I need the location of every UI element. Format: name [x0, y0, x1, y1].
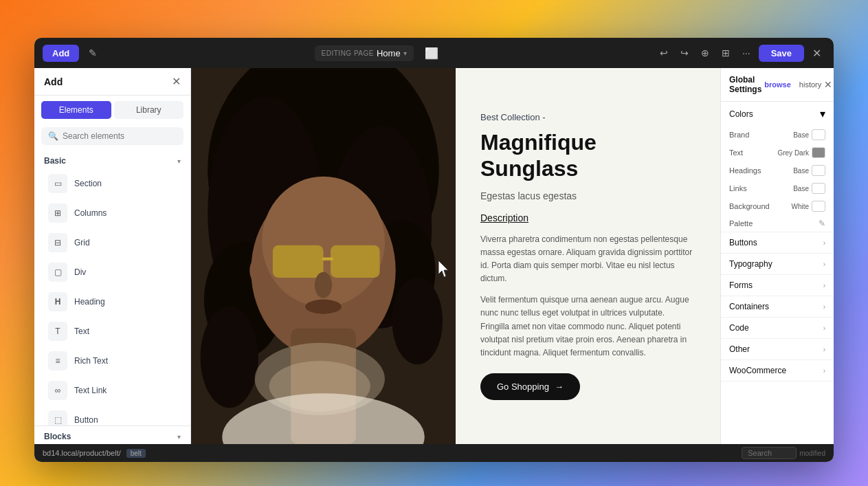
color-links-swatch[interactable]: Base — [793, 183, 825, 194]
color-links-name: Base — [793, 185, 809, 192]
basic-section-header: Basic ▾ — [34, 151, 190, 168]
search-icon: 🔍 — [48, 131, 58, 141]
edit-icon-button[interactable]: ✎ — [83, 45, 102, 61]
blocks-section-header: Blocks ▾ — [34, 426, 190, 444]
close-window-button[interactable]: ✕ — [808, 44, 825, 63]
panel-header: Add ✕ — [34, 68, 190, 96]
redo-button[interactable]: ↪ — [676, 45, 693, 61]
color-text-row: Text Grey Dark — [721, 144, 834, 162]
device-icon-button[interactable]: ⬜ — [419, 44, 444, 63]
svg-rect-12 — [331, 245, 380, 278]
forms-arrow-icon: › — [823, 282, 825, 289]
svg-point-16 — [249, 258, 267, 284]
element-div[interactable]: ▢ Div — [38, 258, 186, 287]
element-section[interactable]: ▭ Section — [38, 169, 186, 198]
more-button[interactable]: ··· — [738, 45, 755, 61]
blocks-section-title: Blocks — [44, 432, 71, 441]
right-panel-close-button[interactable]: ✕ — [824, 79, 832, 90]
model-photo — [191, 68, 456, 444]
color-background-swatch[interactable]: White — [791, 201, 825, 212]
rp-tab-history[interactable]: history — [797, 79, 824, 90]
element-rich-text[interactable]: ≡ Rich Text — [38, 346, 186, 375]
shop-button[interactable]: Go Shopping → — [480, 373, 580, 400]
element-text-link[interactable]: ∞ Text Link — [38, 376, 186, 405]
palette-label: Palette — [729, 219, 753, 228]
element-button-label: Button — [74, 415, 98, 425]
color-brand-swatch[interactable]: Base — [793, 129, 825, 140]
grid-button[interactable]: ⊞ — [717, 45, 734, 61]
typography-section-item[interactable]: Typography › — [721, 254, 834, 275]
element-heading-label: Heading — [74, 297, 105, 307]
rp-tab-browse[interactable]: browse — [761, 79, 794, 90]
color-headings-swatch[interactable]: Base — [793, 165, 825, 176]
color-links-label: Links — [729, 184, 747, 192]
palette-edit-icon[interactable]: ✎ — [819, 219, 825, 228]
page-selector[interactable]: EDITING PAGE Home ▾ — [315, 45, 414, 61]
canvas-product-content: Best Collection - Magnifique Sunglass Eg… — [456, 68, 720, 444]
containers-section-item[interactable]: Containers › — [721, 296, 834, 318]
colors-section-header[interactable]: Colors ▾ — [721, 102, 834, 126]
buttons-section-item[interactable]: Buttons › — [721, 232, 834, 254]
undo-button[interactable]: ↩ — [656, 45, 672, 61]
element-button[interactable]: ⬚ Button — [38, 406, 186, 426]
forms-label: Forms — [729, 280, 753, 290]
rich-text-icon: ≡ — [48, 351, 67, 371]
bottom-url: bd14.local/product/belt/ — [43, 449, 121, 457]
woocommerce-section-item[interactable]: WooCommerce › — [721, 360, 834, 382]
color-links-row: Links Base — [721, 179, 834, 197]
color-headings-name: Base — [793, 167, 809, 175]
grid-icon: ⊟ — [48, 233, 67, 252]
panel-close-button[interactable]: ✕ — [172, 75, 181, 88]
top-bar-right: ↩ ↪ ⊕ ⊞ ··· Save ✕ — [656, 44, 825, 63]
app-window: Add ✎ EDITING PAGE Home ▾ ⬜ ↩ ↪ ⊕ ⊞ ··· … — [34, 38, 834, 462]
svg-rect-11 — [273, 245, 324, 278]
color-brand-label: Brand — [729, 131, 749, 139]
canvas-product-image — [191, 68, 456, 444]
colors-section: Colors ▾ Brand Base Text Grey Dark — [721, 102, 834, 232]
svg-point-6 — [201, 307, 258, 408]
bottom-bar: bd14.local/product/belt/ belt modified — [34, 444, 834, 462]
code-section-item[interactable]: Code › — [721, 318, 834, 339]
layers-button[interactable]: ⊕ — [697, 45, 713, 61]
element-rich-text-label: Rich Text — [74, 356, 108, 366]
tab-library[interactable]: Library — [114, 101, 184, 119]
element-columns[interactable]: ⊞ Columns — [38, 199, 186, 228]
color-headings-box — [812, 165, 825, 176]
forms-section-item[interactable]: Forms › — [721, 275, 834, 296]
svg-point-14 — [315, 272, 332, 298]
right-panel: Global Settings browse history ✕ Colors … — [720, 68, 834, 444]
top-bar-center: EDITING PAGE Home ▾ ⬜ — [108, 44, 650, 63]
element-text-label: Text — [74, 327, 89, 336]
other-section-item[interactable]: Other › — [721, 339, 834, 360]
buttons-label: Buttons — [729, 238, 757, 247]
panel-title: Add — [44, 76, 63, 87]
color-brand-name: Base — [793, 131, 809, 139]
bottom-badge: belt — [126, 449, 146, 458]
element-text-link-label: Text Link — [74, 386, 107, 395]
basic-chevron-icon[interactable]: ▾ — [177, 157, 181, 165]
bottom-search-input[interactable] — [742, 447, 797, 459]
typography-label: Typography — [729, 259, 772, 269]
description-link[interactable]: Description — [480, 212, 695, 223]
woocommerce-arrow-icon: › — [823, 367, 825, 375]
svg-rect-13 — [322, 258, 333, 261]
color-headings-row: Headings Base — [721, 162, 834, 179]
search-row: 🔍 — [34, 124, 190, 151]
bottom-search: modified — [742, 447, 825, 459]
element-grid[interactable]: ⊟ Grid — [38, 228, 186, 257]
color-text-swatch[interactable]: Grey Dark — [777, 147, 825, 158]
element-text[interactable]: T Text — [38, 317, 186, 346]
heading-icon: H — [48, 292, 67, 311]
other-arrow-icon: › — [823, 346, 825, 353]
color-text-name: Grey Dark — [777, 149, 809, 157]
color-background-name: White — [791, 203, 809, 210]
search-input[interactable] — [63, 131, 177, 141]
canvas-area[interactable]: Best Collection - Magnifique Sunglass Eg… — [191, 68, 720, 444]
typography-arrow-icon: › — [823, 261, 825, 268]
element-heading[interactable]: H Heading — [38, 287, 186, 316]
save-button[interactable]: Save — [759, 45, 804, 62]
tab-elements[interactable]: Elements — [41, 101, 111, 119]
blocks-chevron-icon[interactable]: ▾ — [177, 433, 181, 441]
element-grid-label: Grid — [74, 238, 90, 247]
add-button[interactable]: Add — [43, 45, 79, 62]
